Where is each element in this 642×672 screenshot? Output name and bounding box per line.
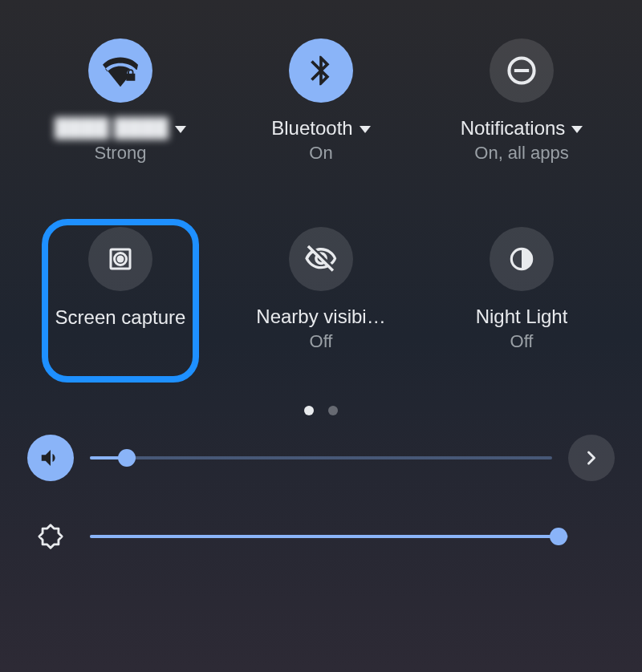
pager-dot-1[interactable] [304,406,314,415]
chevron-down-icon [175,126,186,133]
tile-wifi-label: ████ ████ [55,117,169,140]
tile-bluetooth-sub: On [309,143,332,164]
tile-wifi[interactable]: ████ ████ Strong [24,32,217,213]
brightness-fill [90,535,559,538]
tile-bluetooth-label-row[interactable]: Bluetooth [271,117,370,140]
volume-icon[interactable] [27,435,74,481]
tile-notifications[interactable]: Notifications On, all apps [425,32,618,213]
svg-marker-5 [39,525,62,548]
brightness-slider[interactable] [90,527,568,546]
svg-point-3 [117,256,124,263]
tile-nearby-sub: Off [310,331,333,352]
volume-track [90,456,552,459]
tile-night-light-sub: Off [510,331,534,352]
tile-nearby-label-row: Nearby visibi… [256,306,385,328]
brightness-thumb[interactable] [550,528,567,545]
brightness-icon[interactable] [27,513,74,560]
tile-bluetooth[interactable]: Bluetooth On [225,32,417,213]
brightness-row [24,513,618,560]
volume-slider[interactable] [90,448,552,468]
volume-thumb[interactable] [118,449,136,467]
visibility-off-icon[interactable] [289,227,353,291]
night-light-icon[interactable] [490,227,554,291]
tile-night-light[interactable]: Night Light Off [425,221,618,401]
pager-dot-2[interactable] [328,406,338,415]
tile-night-light-label: Night Light [476,306,568,328]
tile-wifi-label-row[interactable]: ████ ████ [55,117,187,140]
tile-nearby-visibility[interactable]: Nearby visibi… Off [225,221,417,401]
bluetooth-icon[interactable] [289,38,353,103]
tile-notifications-label: Notifications [461,117,566,140]
chevron-down-icon [360,126,371,133]
quick-settings-tiles: ████ ████ Strong Bluetooth On Notificati… [24,32,618,401]
tile-wifi-sub: Strong [95,143,147,164]
tile-screen-capture[interactable]: Screen capture [24,221,217,401]
screen-capture-icon[interactable] [88,227,152,291]
page-indicator[interactable] [24,406,618,415]
wifi-lock-icon[interactable] [88,38,152,103]
tile-bluetooth-label: Bluetooth [271,117,352,140]
volume-row [24,435,618,481]
tile-screen-capture-label: Screen capture [55,306,186,330]
dnd-off-icon[interactable] [490,38,554,103]
tile-notifications-sub: On, all apps [474,143,568,164]
chevron-down-icon [571,126,583,133]
audio-expand-button[interactable] [568,435,615,481]
tile-nearby-label: Nearby visibi… [256,306,385,328]
tile-night-light-label-row: Night Light [476,306,568,328]
tile-notifications-label-row[interactable]: Notifications [461,117,583,140]
